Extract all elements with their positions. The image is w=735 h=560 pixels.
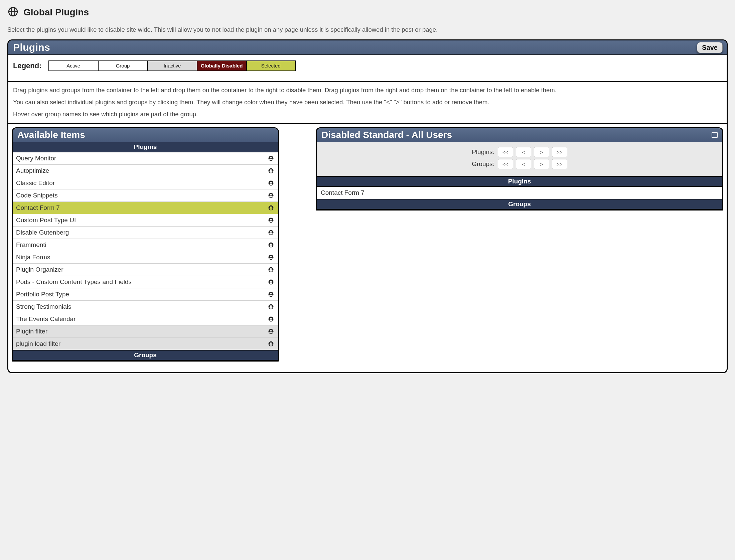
plugins-move-right[interactable]: > (534, 147, 549, 157)
user-icon (268, 155, 274, 161)
available-items-title: Available Items (17, 130, 85, 140)
list-item[interactable]: Plugin Organizer (13, 264, 278, 276)
plugins-move-all-left[interactable]: << (498, 147, 513, 157)
available-items-header: Available Items (13, 128, 278, 142)
disabled-items-header: Disabled Standard - All Users (317, 128, 722, 142)
legend-active: Active (48, 60, 98, 71)
user-icon (268, 267, 274, 273)
list-item[interactable]: Contact Form 7 (317, 187, 722, 199)
plugin-name: The Events Calendar (16, 315, 76, 323)
list-item[interactable]: Contact Form 7 (13, 202, 278, 214)
page-header: Global Plugins (7, 6, 728, 19)
panel-title: Plugins (13, 42, 50, 53)
controls-groups-label: Groups: (472, 160, 494, 168)
user-icon (268, 341, 274, 347)
disabled-plugins-label: Plugins (317, 176, 722, 187)
plugin-name: Code Snippets (16, 192, 58, 199)
plugin-name: plugin load filter (16, 340, 60, 347)
user-icon (268, 192, 274, 198)
columns: Available Items Plugins Query MonitorAut… (8, 124, 727, 372)
plugin-name: Plugin Organizer (16, 266, 63, 273)
list-item[interactable]: The Events Calendar (13, 313, 278, 325)
list-item[interactable]: Code Snippets (13, 189, 278, 202)
plugin-name: Pods - Custom Content Types and Fields (16, 278, 132, 286)
legend-group: Group (98, 60, 147, 71)
user-icon (268, 217, 274, 223)
user-icon (268, 279, 274, 285)
plugin-name: Query Monitor (16, 155, 56, 162)
user-icon (268, 230, 274, 236)
disabled-groups-label: Groups (317, 199, 722, 209)
user-icon (268, 316, 274, 322)
legend-label: Legend: (13, 61, 42, 70)
available-groups-label: Groups (13, 350, 278, 361)
list-item[interactable]: Plugin filter (13, 325, 278, 338)
groups-move-all-left[interactable]: << (498, 159, 513, 169)
legend-inactive: Inactive (147, 60, 197, 71)
user-icon (268, 254, 274, 260)
user-icon (268, 328, 274, 334)
plugin-name: Frammenti (16, 241, 46, 249)
instructions-p2: You can also select individual plugins a… (13, 99, 722, 106)
user-icon (268, 205, 274, 211)
plugins-move-left[interactable]: < (516, 147, 531, 157)
list-item[interactable]: Strong Testimonials (13, 301, 278, 313)
available-items-panel: Available Items Plugins Query MonitorAut… (12, 127, 279, 362)
transfer-controls: Plugins: << < > >> Groups: << < > >> (317, 142, 722, 176)
list-item[interactable]: plugin load filter (13, 338, 278, 350)
groups-move-all-right[interactable]: >> (552, 159, 567, 169)
list-item[interactable]: Classic Editor (13, 177, 278, 189)
list-item[interactable]: Portfolio Post Type (13, 288, 278, 301)
plugin-name: Custom Post Type UI (16, 217, 76, 224)
plugin-name: Ninja Forms (16, 254, 50, 261)
panel-topbar: Plugins Save (8, 40, 727, 55)
plugin-name: Contact Form 7 (16, 204, 60, 212)
instructions-p1: Drag plugins and groups from the contain… (13, 87, 722, 94)
list-item[interactable]: Ninja Forms (13, 251, 278, 264)
disabled-items-title: Disabled Standard - All Users (321, 130, 452, 140)
disabled-items-panel: Disabled Standard - All Users Plugins: <… (316, 127, 723, 211)
list-item[interactable]: Pods - Custom Content Types and Fields (13, 276, 278, 288)
collapse-icon[interactable] (712, 132, 718, 138)
user-icon (268, 242, 274, 248)
legend-selected: Selected (246, 60, 296, 71)
list-item[interactable]: Query Monitor (13, 152, 278, 165)
list-item[interactable]: Disable Gutenberg (13, 227, 278, 239)
user-icon (268, 180, 274, 186)
globe-icon (7, 6, 19, 19)
plugin-name: Strong Testimonials (16, 303, 71, 310)
legend-boxes: Active Group Inactive Globally Disabled … (48, 60, 296, 71)
plugin-name: Classic Editor (16, 179, 55, 187)
user-icon (268, 168, 274, 174)
legend-disabled: Globally Disabled (197, 60, 246, 71)
available-plugins-list[interactable]: Query MonitorAutoptimizeClassic EditorCo… (13, 152, 278, 350)
page-title: Global Plugins (23, 7, 89, 18)
groups-move-left[interactable]: < (516, 159, 531, 169)
list-item[interactable]: Autoptimize (13, 165, 278, 177)
plugin-name: Disable Gutenberg (16, 229, 69, 236)
instructions-p3: Hover over group names to see which plug… (13, 111, 722, 118)
plugin-name: Portfolio Post Type (16, 291, 69, 298)
groups-move-right[interactable]: > (534, 159, 549, 169)
save-button[interactable]: Save (697, 42, 723, 53)
available-plugins-label: Plugins (13, 142, 278, 152)
intro-text: Select the plugins you would like to dis… (7, 26, 728, 33)
plugins-move-all-right[interactable]: >> (552, 147, 567, 157)
instructions: Drag plugins and groups from the contain… (8, 82, 727, 124)
user-icon (268, 304, 274, 310)
list-item[interactable]: Frammenti (13, 239, 278, 251)
plugin-name: Plugin filter (16, 328, 47, 335)
plugin-name: Autoptimize (16, 167, 49, 174)
plugins-panel: Plugins Save Legend: Active Group Inacti… (7, 39, 728, 373)
disabled-plugins-list[interactable]: Contact Form 7 (317, 187, 722, 199)
list-item[interactable]: Custom Post Type UI (13, 214, 278, 227)
legend-row: Legend: Active Group Inactive Globally D… (8, 55, 727, 82)
user-icon (268, 291, 274, 297)
controls-plugins-label: Plugins: (472, 148, 494, 156)
